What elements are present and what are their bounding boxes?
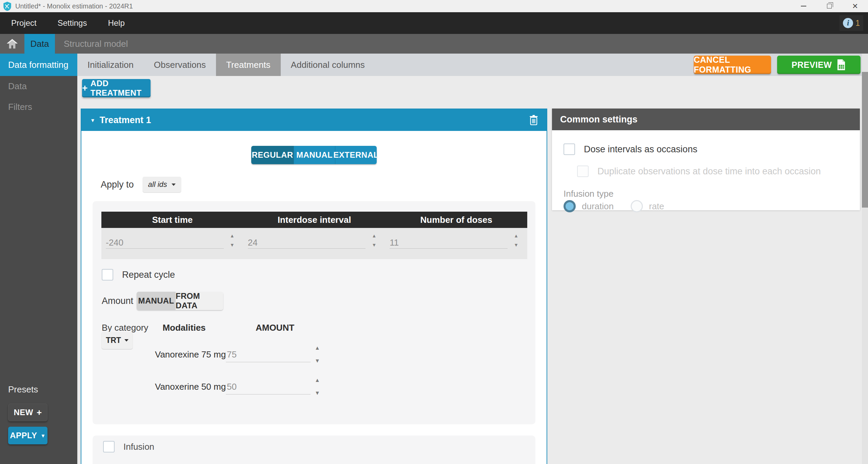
sidebar: Data formatting Data Filters Presets NEW… — [0, 54, 77, 464]
start-time-cell: -240 ▲ ▼ — [101, 228, 243, 259]
arrow-up-icon[interactable]: ▲ — [372, 233, 376, 238]
arrow-up-icon[interactable]: ▲ — [230, 233, 235, 238]
mode-manual-button[interactable]: MANUAL — [294, 146, 335, 164]
repeat-cycle-row: Repeat cycle — [102, 269, 175, 281]
vertical-scrollbar-thumb[interactable] — [862, 72, 868, 208]
dose-intervals-label: Dose intervals as occasions — [584, 144, 697, 155]
add-treatment-button[interactable]: + ADD TREATMENT — [82, 79, 151, 97]
arrow-down-icon[interactable]: ▼ — [514, 243, 518, 247]
formatting-actions: CANCEL FORMATTING PREVIEW — [694, 54, 868, 76]
infusion-type-radio-group: duration rate — [564, 200, 664, 213]
dose-table: Start time Interdose interval Number of … — [101, 212, 527, 259]
tab-observations[interactable]: Observations — [144, 54, 216, 76]
modality-amount-input[interactable]: 75 — [227, 349, 237, 360]
amount-row: Amount MANUAL FROM DATA — [102, 292, 339, 310]
modality-amount-stepper[interactable]: ▲ ▼ — [315, 345, 320, 364]
preview-button[interactable]: PREVIEW — [777, 56, 861, 74]
sidebar-item-data[interactable]: Data — [0, 76, 77, 97]
caret-down-icon — [124, 339, 129, 342]
infusion-checkbox[interactable] — [103, 441, 115, 452]
sidebar-item-filters[interactable]: Filters — [0, 97, 77, 117]
input-underline — [106, 248, 224, 249]
restore-icon — [827, 4, 832, 8]
tab-treatments[interactable]: Treatments — [216, 54, 281, 76]
repeat-cycle-checkbox[interactable] — [102, 269, 113, 281]
tab-initialization[interactable]: Initialization — [77, 54, 144, 76]
modalities-column-header: Modalities — [150, 323, 218, 333]
modality-row: Vanoxerine 50 mg 50 ▲ ▼ — [93, 378, 350, 396]
caret-down-icon — [172, 183, 176, 186]
duplicate-observations-checkbox — [577, 166, 589, 177]
number-of-doses-stepper[interactable]: ▲ ▼ — [514, 233, 518, 247]
mode-external-button[interactable]: EXTERNAL — [335, 146, 377, 164]
new-preset-button[interactable]: NEW + — [8, 404, 47, 421]
plus-icon: + — [82, 83, 88, 94]
rate-radio — [631, 200, 643, 212]
menu-settings[interactable]: Settings — [58, 18, 87, 28]
window-title: Untitled* - Monolix estimation - 2024R1 — [15, 2, 133, 10]
treatment-card-body: REGULAR MANUAL EXTERNAL Apply to all ids — [81, 131, 547, 464]
number-of-doses-cell: 11 ▲ ▼ — [385, 228, 527, 259]
apply-to-dropdown[interactable]: all ids — [143, 177, 181, 192]
trash-icon — [530, 115, 538, 125]
content-area: Initialization Observations Treatments A… — [77, 54, 868, 464]
cancel-formatting-button[interactable]: CANCEL FORMATTING — [694, 56, 771, 74]
menu-help[interactable]: Help — [108, 18, 124, 28]
infusion-panel: Infusion — [93, 436, 535, 464]
arrow-up-icon[interactable]: ▲ — [315, 378, 320, 383]
interdose-interval-stepper[interactable]: ▲ ▼ — [372, 233, 376, 247]
repeat-cycle-label: Repeat cycle — [122, 270, 175, 280]
amount-manual-button[interactable]: MANUAL — [137, 292, 176, 310]
regular-dose-panel: Start time Interdose interval Number of … — [93, 201, 535, 424]
arrow-down-icon[interactable]: ▼ — [315, 358, 320, 364]
start-time-input[interactable]: -240 — [106, 237, 123, 248]
apply-to-label: Apply to — [101, 179, 134, 190]
sidebar-item-data-formatting[interactable]: Data formatting — [0, 54, 77, 76]
spreadsheet-icon — [836, 59, 846, 70]
minimize-button[interactable] — [791, 0, 816, 12]
arrow-down-icon[interactable]: ▼ — [372, 243, 376, 247]
duplicate-observations-row: Duplicate observations at dose time into… — [577, 166, 821, 177]
amount-from-data-button[interactable]: FROM DATA — [176, 292, 223, 310]
modality-amount-input[interactable]: 50 — [227, 382, 237, 392]
arrow-up-icon[interactable]: ▲ — [315, 345, 320, 351]
mode-regular-button[interactable]: REGULAR — [251, 146, 294, 164]
start-time-stepper[interactable]: ▲ ▼ — [230, 233, 235, 247]
amount-label: Amount — [102, 296, 133, 306]
number-of-doses-input[interactable]: 11 — [390, 237, 399, 248]
duration-label: duration — [582, 201, 614, 212]
modality-amount-stepper[interactable]: ▲ ▼ — [315, 378, 320, 396]
treatment-card-header[interactable]: ▼ Treatment 1 — [81, 109, 547, 131]
dose-intervals-checkbox[interactable] — [564, 143, 575, 155]
tab-additional-columns[interactable]: Additional columns — [281, 54, 375, 76]
dose-intervals-row: Dose intervals as occasions — [564, 143, 697, 155]
menu-project[interactable]: Project — [11, 18, 37, 28]
common-settings-header: Common settings — [552, 109, 860, 130]
input-underline — [226, 362, 311, 362]
home-icon — [7, 39, 18, 49]
tab-structural-model[interactable]: Structural model — [55, 34, 137, 54]
treatment-title: Treatment 1 — [100, 115, 151, 125]
arrow-down-icon[interactable]: ▼ — [315, 390, 320, 396]
interdose-interval-input[interactable]: 24 — [248, 237, 258, 248]
window-controls: × — [791, 0, 868, 12]
arrow-up-icon[interactable]: ▲ — [514, 233, 518, 238]
input-underline — [226, 394, 311, 394]
duration-radio[interactable] — [564, 200, 576, 212]
common-settings-panel: Common settings Dose intervals as occasi… — [552, 109, 860, 210]
col-interdose-interval: Interdose interval — [243, 212, 386, 228]
main-tab-bar: Data Structural model — [0, 34, 868, 54]
infusion-type-label: Infusion type — [564, 189, 613, 199]
menu-bar: Project Settings Help i 1 — [0, 12, 868, 34]
collapse-caret-icon[interactable]: ▼ — [90, 117, 95, 123]
tab-data[interactable]: Data — [24, 34, 55, 54]
notifications-badge[interactable]: i 1 — [840, 15, 863, 31]
home-tab[interactable] — [0, 34, 24, 54]
arrow-down-icon[interactable]: ▼ — [230, 243, 235, 247]
apply-preset-button[interactable]: APPLY ▼ — [8, 427, 47, 444]
restore-button[interactable] — [816, 0, 842, 12]
infusion-label: Infusion — [123, 442, 154, 452]
close-button[interactable]: × — [842, 0, 868, 12]
apply-to-value: all ids — [148, 180, 167, 189]
delete-treatment-button[interactable] — [530, 115, 538, 125]
